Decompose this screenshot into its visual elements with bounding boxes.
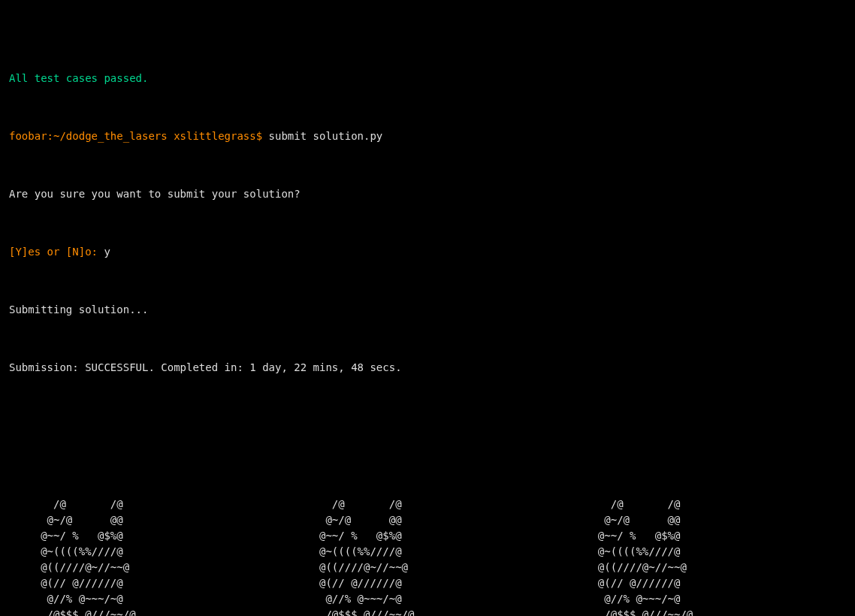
spacer bbox=[9, 334, 846, 344]
submission-status: Submission: SUCCESSFUL. Completed in: 1 … bbox=[9, 360, 846, 376]
spacer bbox=[9, 418, 846, 428]
confirm-question: Are you sure you want to submit your sol… bbox=[9, 186, 846, 202]
ascii-art-line: @//% @~~~/~@ @//% @~~~/~@ @//% @~~~/~@ bbox=[9, 591, 846, 607]
submitting-line: Submitting solution... bbox=[9, 302, 846, 318]
shell-prompt-line[interactable]: foobar:~/dodge_the_lasers xslittlegrass$… bbox=[9, 128, 846, 144]
spacer bbox=[9, 218, 846, 228]
shell-prompt-host: foobar:~/dodge_the_lasers xslittlegrass$ bbox=[9, 130, 262, 142]
ascii-art-line: @~((((%%////@ @~((((%%////@ @~((((%%////… bbox=[9, 544, 846, 560]
ascii-art-line: @(// @//////@ @(// @//////@ @(// @//////… bbox=[9, 575, 846, 591]
ascii-art-rabbits: /@ /@ /@ /@ /@ /@ @~/@ @@ @~/@ @@ @~/@ bbox=[9, 497, 846, 616]
ascii-art-line: @~/@ @@ @~/@ @@ @~/@ @@ bbox=[9, 512, 846, 528]
ascii-art-line: /@$$$ @///~~/@ /@$$$ @///~~/@ /@$$$ @///… bbox=[9, 607, 846, 616]
spacer bbox=[9, 470, 846, 481]
spacer bbox=[9, 102, 846, 113]
ascii-art-line: @((////@~//~~@ @((////@~//~~@ @((////@~/… bbox=[9, 560, 846, 575]
shell-command: submit solution.py bbox=[262, 130, 382, 142]
ascii-art-line: @~~/ % @$%@ @~~/ % @$%@ @~~/ % @$%@ bbox=[9, 528, 846, 544]
spacer bbox=[9, 444, 846, 454]
confirm-prompt-line[interactable]: [Y]es or [N]o: y bbox=[9, 244, 846, 260]
confirm-prompt: [Y]es or [N]o: bbox=[9, 246, 98, 258]
ascii-art-line: /@ /@ /@ /@ /@ /@ bbox=[9, 497, 846, 512]
spacer bbox=[9, 276, 846, 286]
tests-passed-line: All test cases passed. bbox=[9, 71, 846, 86]
confirm-answer: y bbox=[98, 246, 110, 258]
spacer bbox=[9, 391, 846, 402]
spacer bbox=[9, 160, 846, 171]
